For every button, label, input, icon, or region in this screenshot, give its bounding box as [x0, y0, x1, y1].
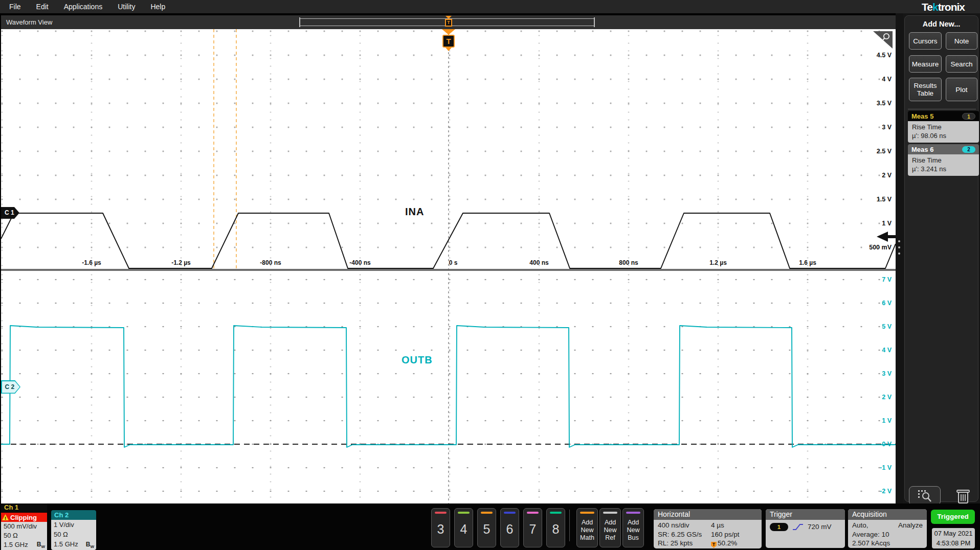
slice2-grid: [1, 271, 896, 503]
results-table-button[interactable]: Results Table: [909, 78, 942, 101]
add-button-label: AddNewRef: [600, 519, 620, 542]
channel-button-8[interactable]: 8: [546, 508, 565, 547]
y-axis-label: -1 V: [880, 464, 892, 471]
ch2-scale: 1 V/div: [51, 520, 96, 530]
add-new-bus-button[interactable]: AddNewBus: [622, 508, 644, 547]
acquisition-panel[interactable]: Acquisition Auto, Analyze Average: 10 2.…: [848, 509, 927, 548]
y-axis-label: 4 V: [882, 347, 892, 354]
y-axis-label: 3 V: [882, 370, 892, 377]
y-axis-label: 4 V: [882, 76, 892, 83]
channel2-info-panel[interactable]: Ch 2 1 V/div 50 Ω 1.5 GHz BW: [51, 510, 96, 550]
channel-color-stripe: [504, 512, 516, 514]
trigger-position-indicator-small[interactable]: T: [445, 16, 452, 27]
time-axis-label: -1.2 µs: [171, 259, 191, 266]
trigger-level: 720 mV: [808, 522, 832, 532]
add-new-math-button[interactable]: AddNewMath: [576, 508, 598, 547]
meas5-type: Rise Time: [912, 123, 975, 131]
search-button[interactable]: Search: [946, 55, 977, 73]
channel-button-5[interactable]: 5: [477, 508, 496, 547]
channel-color-stripe: [435, 512, 447, 514]
view-title-bar: Waveform View T: [1, 15, 896, 29]
time: 4:53:08 PM: [932, 538, 975, 548]
channel-button-4[interactable]: 4: [454, 508, 473, 547]
logo-te: Te: [922, 1, 932, 13]
menu-item-help[interactable]: Help: [150, 3, 165, 11]
svg-text:!: !: [5, 516, 6, 521]
ch2-impedance: 50 Ω: [51, 530, 96, 539]
zoom-select-icon: [916, 489, 933, 503]
time-axis-label: 800 ns: [619, 259, 638, 266]
channel2-badge[interactable]: Ch 2: [51, 510, 96, 520]
trigger-panel[interactable]: Trigger 1 720 mV: [766, 509, 845, 548]
bandwidth-limit-badge: BW: [37, 541, 45, 549]
channel-button-6[interactable]: 6: [500, 508, 519, 547]
y-axis-label: 2 V: [882, 172, 892, 179]
time-axis-label: 400 ns: [529, 259, 548, 266]
channel-button-3[interactable]: 3: [431, 508, 450, 547]
trigger-position-marker[interactable]: T: [442, 29, 455, 51]
time-axis-label: 1.2 µs: [709, 259, 727, 266]
channel1-marker-badge[interactable]: C 1: [1, 207, 19, 219]
channel-button-7[interactable]: 7: [523, 508, 542, 547]
logo-k: k: [932, 1, 938, 13]
plot-button[interactable]: Plot: [946, 78, 977, 101]
menu-item-applications[interactable]: Applications: [64, 3, 103, 11]
channel-color-stripe: [481, 512, 493, 514]
slice-resize-handle[interactable]: [898, 240, 900, 242]
y-axis-label: 0 V: [882, 441, 892, 448]
channel-number: 6: [501, 522, 519, 537]
y-axis-label: 3.5 V: [877, 100, 892, 107]
y-axis-label: 7 V: [882, 276, 892, 283]
time-axis-label: -400 ns: [349, 259, 370, 266]
trash-button[interactable]: [952, 487, 974, 506]
channel1-info-panel[interactable]: ! Clipping 500 mV/div 50 Ω 1.5 GHz BW: [1, 513, 47, 550]
clipping-warning: ! Clipping: [1, 513, 47, 522]
menu-bar: FileEditApplicationsUtilityHelp: [0, 0, 980, 13]
trigger-slope-icon: [792, 523, 804, 531]
menu-item-edit[interactable]: Edit: [36, 3, 49, 11]
trigger-tip-icon: [446, 48, 452, 51]
trigger-title: Trigger: [766, 509, 845, 520]
trigger-t-icon: T: [442, 35, 455, 48]
y-axis-label: 500 mV: [869, 244, 892, 251]
add-button-label: AddNewMath: [577, 519, 597, 542]
meas6-title: Meas 6: [911, 146, 933, 153]
measure-button[interactable]: Measure: [909, 55, 942, 73]
y-axis-label: 2 V: [882, 394, 892, 401]
horizontal-window: 4 µs: [711, 521, 724, 530]
bottom-status-bar: Ch 1 ! Clipping 500 mV/div 50 Ω 1.5 GHz …: [0, 503, 980, 550]
note-button[interactable]: Note: [946, 32, 977, 50]
zoom-select-button[interactable]: [909, 486, 941, 506]
slice1-grid: [1, 29, 896, 269]
menu-item-file[interactable]: File: [9, 3, 21, 11]
channel2-marker-badge[interactable]: C 2: [1, 380, 20, 394]
channel1-badge[interactable]: Ch 1: [1, 503, 47, 512]
acquisition-title: Acquisition: [848, 509, 927, 520]
channel-number: 8: [547, 522, 565, 537]
horizontal-title: Horizontal: [654, 509, 762, 520]
y-axis-label: 2.5 V: [877, 148, 892, 155]
triggered-status-badge: Triggered: [931, 510, 975, 524]
horizontal-panel[interactable]: Horizontal 400 ns/div SR: 6.25 GS/s RL: …: [654, 509, 762, 548]
meas5-badge[interactable]: Meas 5 1 Rise Time µ': 98.06 ns: [908, 111, 979, 143]
add-new-heading: Add New...: [905, 20, 978, 28]
add-color-stripe: [626, 512, 640, 514]
acquisition-count: 2.507 kAcqs: [852, 539, 923, 548]
channel-color-stripe: [550, 512, 562, 514]
channel-color-stripe: [527, 512, 539, 514]
y-axis-label: 1.5 V: [877, 196, 892, 203]
y-axis-label: 1 V: [882, 417, 892, 424]
add-new-ref-button[interactable]: AddNewRef: [599, 508, 621, 547]
channel-number: 3: [432, 522, 450, 537]
channel-number: 5: [478, 522, 496, 537]
meas6-value: µ': 3.241 ns: [912, 165, 975, 173]
meas6-badge[interactable]: Meas 6 2 Rise Time µ': 3.241 ns: [908, 144, 979, 176]
button-separator: [569, 510, 570, 541]
cursors-button[interactable]: Cursors: [909, 32, 942, 50]
meas5-title: Meas 5: [911, 112, 933, 120]
menu-item-utility[interactable]: Utility: [118, 3, 135, 11]
ina-trace-label: INA: [405, 206, 424, 218]
trigger-t-icon: T: [445, 19, 452, 27]
trash-icon: [956, 488, 970, 505]
acquisition-average: Average: 10: [852, 530, 923, 539]
